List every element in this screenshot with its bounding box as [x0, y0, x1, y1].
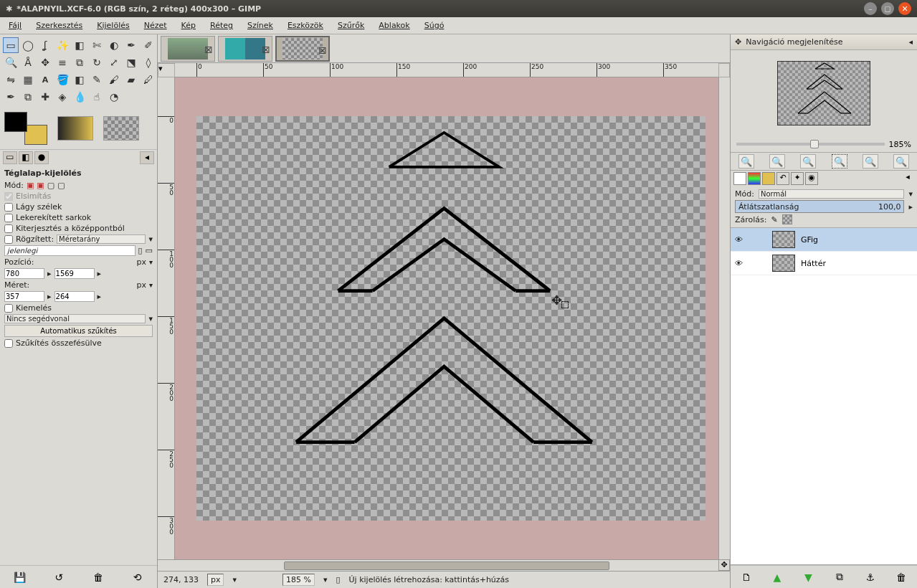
mode-add-icon[interactable]: ▣: [37, 181, 44, 190]
fixed-mode-select[interactable]: Méretarány: [57, 234, 146, 244]
rect-select-tool[interactable]: ▭: [3, 37, 19, 53]
menu-view[interactable]: Nézet: [138, 19, 173, 32]
size-x-input[interactable]: [4, 291, 44, 302]
histogram-tab-icon[interactable]: ✦: [791, 172, 804, 185]
doc-tab-3[interactable]: ⊠: [275, 36, 330, 62]
color-picker-tool[interactable]: ✐: [141, 37, 156, 53]
ruler-horizontal[interactable]: 0 50 100 150 200 250 300 350 400: [175, 63, 718, 77]
vertical-scrollbar[interactable]: [718, 77, 730, 559]
ruler-vertical[interactable]: 0 50 100 150 200 250 300: [158, 77, 175, 559]
menu-edit[interactable]: Szerkesztés: [30, 19, 88, 32]
ink-tool[interactable]: ✒: [3, 89, 19, 105]
fuzzy-select-tool[interactable]: ✨: [54, 37, 70, 53]
horizontal-scrollbar[interactable]: [175, 559, 718, 571]
mode-intersect-icon[interactable]: ▢: [57, 181, 65, 190]
canvas-viewport[interactable]: ✥: [175, 77, 718, 559]
zoom-out-icon[interactable]: 🔍: [738, 154, 754, 169]
flip-tool[interactable]: ⇋: [3, 72, 19, 87]
channels-tab-icon[interactable]: [748, 172, 761, 185]
align-tool[interactable]: ≡: [54, 54, 70, 70]
shear-tool[interactable]: ⬔: [123, 54, 139, 70]
blur-tool[interactable]: 💧: [72, 89, 87, 105]
cage-tool[interactable]: ▦: [20, 72, 36, 87]
eraser-tool[interactable]: ▰: [123, 72, 139, 87]
navigate-icon[interactable]: ✥: [718, 559, 730, 571]
device-status-tab[interactable]: ◧: [19, 151, 33, 164]
zoom-tool[interactable]: 🔍: [3, 54, 19, 70]
zoom-1-1-icon[interactable]: 🔍: [800, 154, 816, 169]
size-unit[interactable]: px: [136, 280, 146, 290]
menu-tools[interactable]: Eszközök: [282, 19, 329, 32]
fg-bg-colors[interactable]: [4, 112, 47, 145]
new-layer-icon[interactable]: 🗋: [740, 571, 753, 584]
menu-windows[interactable]: Ablakok: [373, 19, 415, 32]
text-tool[interactable]: A: [37, 72, 53, 87]
ruler-corner[interactable]: ▾: [158, 63, 175, 77]
highlight-checkbox[interactable]: [4, 304, 13, 313]
coord-unit-select[interactable]: px: [207, 574, 224, 586]
save-options-icon[interactable]: 💾: [13, 571, 26, 584]
pos-x-input[interactable]: [4, 268, 44, 279]
layer-name[interactable]: GFig: [801, 235, 818, 245]
restore-options-icon[interactable]: ↺: [52, 571, 65, 584]
close-tab-2-icon[interactable]: ⊠: [262, 44, 270, 55]
autoshrink-button[interactable]: Automatikus szűkítés: [4, 325, 153, 337]
perspective-tool[interactable]: ◊: [141, 54, 156, 70]
move-tool[interactable]: ✥: [37, 54, 53, 70]
close-button[interactable]: ✕: [898, 2, 911, 15]
feather-checkbox[interactable]: [4, 203, 13, 212]
active-pattern[interactable]: [103, 116, 139, 141]
menu-help[interactable]: Súgó: [419, 19, 450, 32]
lock-alpha-icon[interactable]: [782, 214, 792, 224]
size-y-input[interactable]: [54, 291, 95, 302]
menu-filters[interactable]: Szűrők: [332, 19, 370, 32]
paths-tab-icon[interactable]: [762, 172, 775, 185]
dodge-tool[interactable]: ◔: [106, 89, 122, 105]
fixed-checkbox[interactable]: [4, 235, 13, 244]
rotate-tool[interactable]: ↻: [89, 54, 105, 70]
blend-tool[interactable]: ◧: [72, 72, 87, 87]
merged-checkbox[interactable]: [4, 339, 13, 348]
guides-select[interactable]: Nincs segédvonal: [4, 314, 146, 323]
crop-tool[interactable]: ⧉: [72, 54, 87, 70]
dock-tab-menu-icon[interactable]: ◂: [901, 172, 914, 185]
ellipse-select-tool[interactable]: ◯: [20, 37, 36, 53]
bucket-tool[interactable]: 🪣: [54, 72, 70, 87]
zoom-select[interactable]: 185 %: [282, 574, 315, 586]
layer-item-hatter[interactable]: 👁 Háttér: [731, 252, 917, 275]
menu-layer[interactable]: Réteg: [204, 19, 239, 32]
dock-menu-icon[interactable]: ◂: [908, 37, 913, 47]
move-icon[interactable]: ✥: [735, 37, 741, 47]
tool-options-tab[interactable]: ▭: [3, 151, 17, 164]
visibility-icon[interactable]: 👁: [735, 259, 746, 268]
rounded-checkbox[interactable]: [4, 214, 13, 222]
aspect-entry[interactable]: jelenlegi: [4, 245, 136, 256]
heal-tool[interactable]: ✚: [37, 89, 53, 105]
menu-image[interactable]: Kép: [176, 19, 201, 32]
pointer-tab-icon[interactable]: ◉: [805, 172, 818, 185]
perspective-clone-tool[interactable]: ◈: [54, 89, 70, 105]
layer-mode-select[interactable]: Normál: [759, 189, 905, 199]
doc-tab-1[interactable]: ⊠: [161, 36, 215, 62]
paintbrush-tool[interactable]: 🖌: [106, 72, 122, 87]
smudge-tool[interactable]: ☝: [89, 89, 105, 105]
shrink-wrap-icon[interactable]: 🔍: [893, 154, 909, 169]
clone-tool[interactable]: ⧉: [20, 89, 36, 105]
minimize-button[interactable]: –: [864, 2, 877, 15]
opacity-slider[interactable]: Átlátszatlanság100,0: [735, 200, 904, 213]
measure-tool[interactable]: Å: [20, 54, 36, 70]
zoom-slider[interactable]: [736, 143, 885, 146]
lasso-tool[interactable]: ʆ: [37, 37, 53, 53]
canvas[interactable]: [196, 116, 705, 521]
color-select-tool[interactable]: ◧: [72, 37, 87, 53]
brushes-tab[interactable]: ●: [34, 151, 49, 164]
paths-tool[interactable]: ✒: [123, 37, 139, 53]
scissors-tool[interactable]: ✄: [89, 37, 105, 53]
menu-select[interactable]: Kijelölés: [91, 19, 135, 32]
layers-tab-icon[interactable]: [733, 172, 746, 185]
reset-options-icon[interactable]: ⟲: [131, 571, 144, 584]
antialias-checkbox[interactable]: [4, 192, 13, 201]
undo-tab-icon[interactable]: ↶: [776, 172, 789, 185]
menu-colors[interactable]: Színek: [242, 19, 279, 32]
pos-y-input[interactable]: [54, 268, 95, 279]
